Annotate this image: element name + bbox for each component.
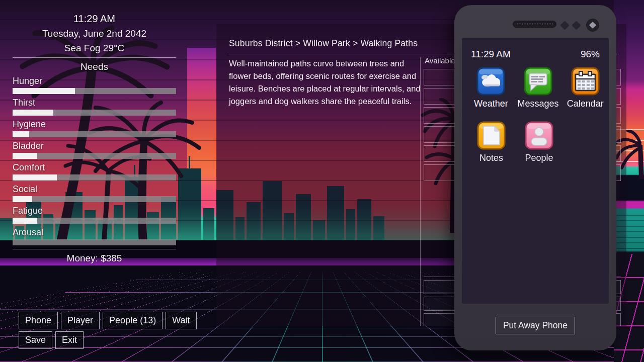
hud-divider-top bbox=[13, 57, 176, 58]
need-label: Comfort bbox=[13, 161, 176, 173]
need-bar-track bbox=[13, 153, 176, 159]
game-viewport: 11:29 AM Tuesday, June 2nd 2042 Sea Fog … bbox=[0, 0, 644, 362]
app-label: Weather bbox=[474, 99, 508, 109]
need-bar-track bbox=[13, 196, 176, 202]
need-bar-fill bbox=[13, 88, 75, 94]
need-bar-fill bbox=[13, 196, 32, 202]
menu-button-people-13[interactable]: People (13) bbox=[103, 312, 163, 329]
antenna-silhouette bbox=[189, 156, 190, 168]
need-bar-track bbox=[13, 218, 176, 224]
phone-screen: 11:29 AM 96% Weather Messages Ca bbox=[462, 38, 609, 304]
need-row: Hunger bbox=[13, 75, 176, 97]
menu-button-phone[interactable]: Phone bbox=[19, 312, 58, 329]
need-bar-fill bbox=[13, 174, 57, 180]
app-calendar[interactable]: Calendar bbox=[561, 67, 609, 109]
app-messages[interactable]: Messages bbox=[515, 67, 562, 109]
need-label: Thirst bbox=[13, 97, 176, 109]
calendar-icon bbox=[571, 67, 600, 96]
weather-icon bbox=[476, 67, 505, 96]
menu-row: SaveExit bbox=[19, 331, 197, 349]
phone-speaker-grille bbox=[513, 21, 556, 28]
sensor-diamond-icon bbox=[560, 21, 569, 30]
weather-text: Sea Fog 29°C bbox=[0, 43, 189, 54]
need-row: Bladder bbox=[13, 140, 176, 161]
need-bar-fill bbox=[13, 110, 53, 116]
need-label: Bladder bbox=[13, 140, 176, 152]
menu-button-save[interactable]: Save bbox=[19, 331, 52, 349]
people-icon bbox=[525, 121, 553, 150]
need-label: Hunger bbox=[13, 75, 176, 87]
phone-clock-text: 11:29 AM bbox=[471, 49, 511, 60]
need-label: Arousal bbox=[13, 226, 176, 238]
panel-vertical-divider bbox=[420, 57, 421, 326]
menu-button-exit[interactable]: Exit bbox=[55, 331, 84, 349]
clock-text: 11:29 AM bbox=[0, 13, 189, 25]
need-row: Comfort bbox=[13, 161, 176, 183]
app-people[interactable]: People bbox=[515, 121, 563, 163]
needs-list: HungerThirstHygieneBladderComfortSocialF… bbox=[13, 75, 176, 248]
notes-icon bbox=[477, 121, 506, 150]
put-away-phone-button[interactable]: Put Away Phone bbox=[496, 317, 575, 334]
location-description: Well-maintained paths curve between tree… bbox=[229, 57, 423, 108]
need-bar-fill bbox=[13, 131, 29, 137]
needs-title: Needs bbox=[0, 61, 189, 72]
app-label: Calendar bbox=[567, 99, 604, 109]
need-bar-track bbox=[13, 239, 176, 245]
need-row: Arousal bbox=[13, 226, 176, 248]
app-label: People bbox=[525, 153, 553, 163]
money-text: Money: $385 bbox=[0, 253, 189, 264]
menu-row: PhonePlayerPeople (13)Wait bbox=[19, 312, 197, 329]
messages-icon bbox=[524, 67, 552, 96]
menu-button-player[interactable]: Player bbox=[61, 312, 100, 329]
need-bar-fill bbox=[13, 153, 37, 159]
need-row: Thirst bbox=[13, 97, 176, 118]
need-bar-track bbox=[13, 88, 176, 94]
need-row: Social bbox=[13, 183, 176, 205]
need-label: Social bbox=[13, 183, 176, 195]
phone-overlay: 11:29 AM 96% Weather Messages Ca bbox=[454, 5, 616, 350]
battery-percent-text: 96% bbox=[581, 49, 600, 60]
date-text: Tuesday, June 2nd 2042 bbox=[0, 28, 189, 39]
sensor-diamond-icon bbox=[572, 21, 581, 30]
phone-statusbar: 11:29 AM 96% bbox=[462, 38, 609, 60]
app-label: Messages bbox=[517, 99, 558, 109]
need-bar-track bbox=[13, 110, 176, 116]
menu-button-wait[interactable]: Wait bbox=[166, 312, 196, 329]
breadcrumb[interactable]: Suburbs District > Willow Park > Walking… bbox=[229, 38, 418, 49]
need-label: Fatigue bbox=[13, 205, 176, 217]
need-bar-track bbox=[13, 174, 176, 180]
hud-divider-bottom bbox=[13, 249, 176, 249]
need-row: Fatigue bbox=[13, 205, 176, 226]
app-label: Notes bbox=[479, 153, 503, 163]
app-grid-row-1: Weather Messages Calendar bbox=[462, 67, 609, 109]
app-notes[interactable]: Notes bbox=[467, 121, 515, 163]
app-weather[interactable]: Weather bbox=[467, 67, 515, 109]
hud-sidebar: 11:29 AM Tuesday, June 2nd 2042 Sea Fog … bbox=[0, 0, 189, 272]
need-row: Hygiene bbox=[13, 118, 176, 140]
need-label: Hygiene bbox=[13, 118, 176, 130]
camera-lens-icon bbox=[586, 19, 599, 32]
need-bar-fill bbox=[13, 218, 37, 224]
app-grid-row-2: Notes People bbox=[462, 121, 609, 163]
main-menu-buttons: PhonePlayerPeople (13)WaitSaveExit bbox=[19, 312, 197, 351]
need-bar-track bbox=[13, 131, 176, 137]
